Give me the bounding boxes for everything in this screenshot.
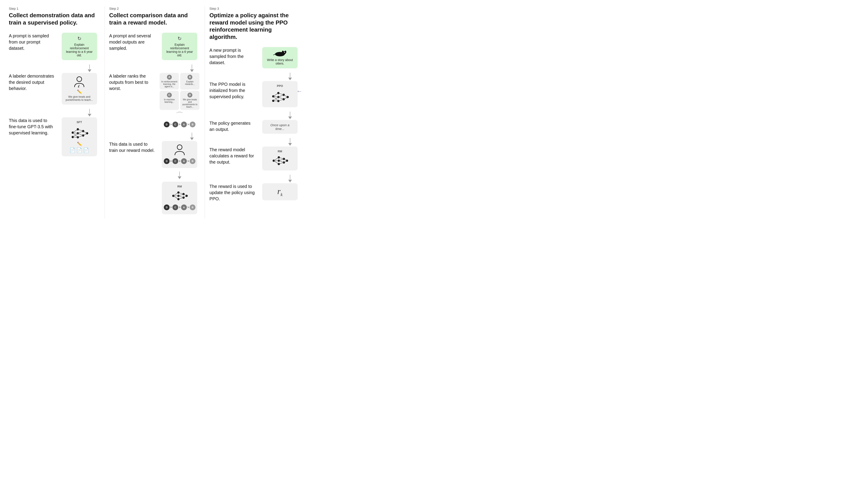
step3-label: Step 3 [210, 7, 301, 11]
inner-arrow [178, 172, 181, 180]
sft-network-svg [69, 125, 89, 140]
rank2-c: C [173, 158, 178, 164]
output-b: B Explain rewards... [180, 73, 199, 90]
step2-label: Step 2 [109, 7, 200, 11]
output-a-label: A [167, 75, 172, 79]
rank-a: A [181, 122, 187, 127]
svg-line-36 [178, 196, 183, 198]
svg-point-23 [177, 145, 182, 150]
step1-row2: A labeler demonstrates the desired outpu… [9, 73, 100, 105]
step1-text3: This data is used to fine-tune GPT-3.5 w… [9, 118, 55, 136]
step3-prompt-box: Write a story about otters. [262, 47, 297, 68]
step1-person-caption: We give treats and punishments to teach.… [65, 95, 93, 102]
otter-icon [273, 50, 287, 57]
svg-point-44 [284, 52, 285, 53]
svg-line-61 [278, 97, 284, 99]
output-a-text: In reinforcement learning, the agent is.… [161, 80, 177, 88]
step1-prompt-text: Explain reinforcement learning to a 6 ye… [65, 43, 93, 57]
arrow3 [192, 65, 192, 69]
step2-row2: A labeler ranks the outputs from best to… [109, 73, 200, 128]
person2-svg [174, 144, 186, 156]
pencil-icon: ✏️ [77, 89, 82, 94]
svg-line-21 [83, 131, 87, 133]
rk-sub: k [281, 192, 283, 197]
svg-line-64 [284, 97, 288, 99]
arrow7 [290, 138, 290, 143]
rank-c: C [173, 122, 178, 127]
sep9: > [187, 206, 189, 209]
step1-row3: This data is used to fine-tune GPT-3.5 w… [9, 118, 100, 156]
arrow4 [192, 133, 192, 137]
step1-prompt-box: ↻ Explain reinforcement learning to a 6 … [62, 33, 97, 60]
sep6: > [187, 160, 189, 163]
output-b-label: B [187, 75, 192, 79]
rank3-b: B [190, 204, 196, 210]
arrow7-wrap [288, 138, 292, 146]
output-c: C In machine learning... [160, 91, 179, 110]
step3-prompt-text: Write a story about otters. [266, 58, 294, 65]
doc-icons: 📄 📄 📄 [69, 147, 89, 153]
rank3-c: C [173, 204, 178, 210]
arrow6 [290, 112, 290, 116]
svg-line-62 [278, 99, 284, 101]
svg-line-35 [178, 194, 183, 196]
step2-person-box: D > C > A > B [162, 141, 197, 168]
arrow2 [89, 109, 90, 113]
step3-text2: The PPO model is initialized from the su… [210, 81, 255, 100]
step1-row1: A prompt is sampled from our prompt data… [9, 33, 100, 60]
output-d-label: D [187, 93, 192, 97]
arrow1 [89, 65, 90, 69]
output-a: A In reinforcement learning, the agent i… [160, 73, 179, 90]
pencil2-icon: ✏️ [77, 142, 82, 146]
sft-label: SFT [76, 121, 82, 124]
person-svg [73, 76, 85, 88]
svg-line-60 [278, 95, 284, 97]
sep8: > [179, 206, 180, 209]
svg-line-76 [279, 159, 284, 161]
step3-rk-box: rk [262, 183, 297, 200]
refresh2-icon: ↻ [178, 36, 182, 41]
rank-row-3: D > C > A > B [164, 204, 196, 210]
step1-person-box: ✏️ We give treats and punishments to tea… [62, 73, 97, 105]
output-b-text: Explain rewards... [185, 80, 195, 85]
step3-row2: The PPO model is initialized from the su… [210, 81, 301, 107]
step2-title: Collect comparison data and train a rewa… [109, 12, 200, 26]
rm2-network-svg [271, 154, 289, 167]
arrow6-wrap [288, 112, 292, 120]
doc3-icon: 📄 [83, 147, 89, 153]
rank3-d: D [164, 204, 169, 210]
feedback-arrow-icon: ← [296, 88, 303, 95]
doc1-icon: 📄 [69, 147, 75, 153]
arrow8 [290, 175, 290, 179]
svg-point-42 [285, 51, 286, 53]
step3-text1: A new prompt is sampled from the dataset… [210, 47, 255, 66]
brace-icon: ⌒ [176, 112, 183, 119]
output-text: Once upon a time... [266, 123, 294, 131]
svg-line-20 [78, 136, 83, 137]
step3-output-box: Once upon a time... [262, 120, 297, 134]
rank-row-1: D > C > A > B [164, 122, 196, 127]
rm-label: RM [177, 185, 182, 188]
sep1: > [170, 123, 172, 126]
arrow2-head [88, 114, 91, 116]
arrow4-head [190, 138, 194, 140]
step2-diag1: ↻ Explain reinforcement learning to a 6 … [159, 33, 200, 60]
svg-line-59 [278, 93, 284, 95]
sep4: > [170, 160, 172, 163]
rank-b: B [190, 122, 196, 127]
svg-line-18 [78, 131, 83, 133]
ppo-label: PPO [277, 84, 283, 88]
output-d-text: We give treats and punishments to teach.… [182, 98, 197, 108]
svg-point-0 [77, 77, 82, 82]
step2-column: Step 2 Collect comparison data and train… [105, 7, 205, 218]
output-d: D We give treats and punishments to teac… [180, 91, 199, 110]
svg-line-22 [83, 133, 87, 136]
arrow5 [290, 73, 290, 77]
step3-text4: The reward model calculates a reward for… [210, 147, 255, 165]
ppo-network-svg [270, 89, 290, 104]
step2-row1: A prompt and several model outputs are s… [109, 33, 200, 60]
step2-diag2: A In reinforcement learning, the agent i… [159, 73, 200, 128]
step2-row3: This data is used to train our reward mo… [109, 141, 200, 214]
refresh-icon: ↻ [77, 36, 82, 41]
arrow8-wrap [288, 175, 292, 183]
